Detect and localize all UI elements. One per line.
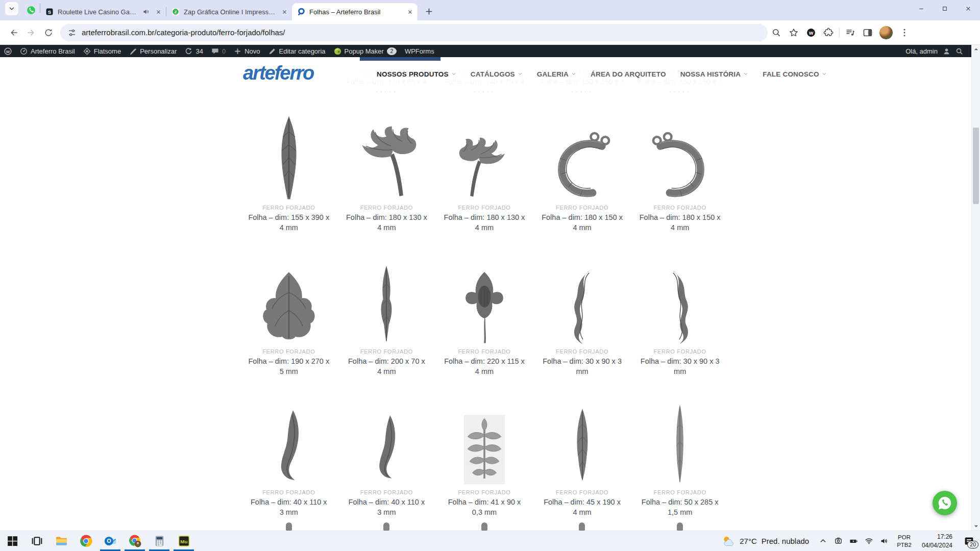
product-image[interactable] [533,257,631,345]
product-image[interactable] [435,394,533,486]
product-title[interactable]: Folha – dim: 180 x 130 x 4 mm [444,212,525,233]
product-title[interactable]: Folha – dim: 180 x 130 x 4 mm [346,212,427,233]
product-title[interactable]: Folha – dim: 40 x 110 x 3 mm [346,497,427,518]
adminbar-item[interactable]: WPForms [401,45,438,57]
browser-tab[interactable]: Roulette Live Casino Game [40,3,166,20]
tab-close-icon[interactable] [154,7,163,16]
taskbar-weather[interactable]: 27°C Pred. nublado [716,531,815,551]
product-title[interactable]: Folha – dim: 40 x 110 x 3 mm [248,497,330,518]
product-title[interactable]: Folha – dim: 200 x 70 x 4 mm [346,356,427,377]
back-button[interactable] [5,24,22,41]
product-card[interactable]: FERRO FORJADO Folha – dim: 45 x 190 x 4 … [533,394,631,518]
product-image[interactable] [631,106,729,201]
product-title[interactable]: Folha – dim: 155 x 390 x 4 mm [248,212,330,233]
media-controls-icon[interactable] [842,24,859,41]
adminbar-item[interactable]: Editar categoria [264,45,330,57]
profile-avatar[interactable] [879,26,893,39]
page-scrollbar[interactable] [971,45,980,531]
main-nav-item[interactable]: NOSSA HISTÓRIA [673,70,756,78]
product-card[interactable]: FERRO FORJADO Folha – dim: 41 x 90 x 0,3… [435,394,533,518]
close-button[interactable] [957,0,980,17]
minimize-button[interactable] [910,0,933,17]
browser-menu-icon[interactable] [896,24,913,41]
main-nav-item[interactable]: FALE CONOSCO [755,70,834,78]
taskbar-clock[interactable]: 17:26 04/04/2024 [917,533,958,549]
main-nav-item[interactable]: ÁREA DO ARQUITETO [583,70,673,78]
product-card[interactable]: FERRO FORJADO Folha – dim: 180 x 130 x 4… [435,106,533,233]
scrollbar-down-arrow[interactable] [972,522,980,531]
tray-battery-icon[interactable] [846,531,861,551]
tab-audio-icon[interactable] [142,8,150,15]
notification-center-button[interactable]: 20 [958,531,980,551]
tab-close-icon[interactable] [405,7,414,16]
product-image[interactable] [338,394,436,486]
taskbar-chrome-button[interactable] [74,531,98,551]
product-title[interactable]: Folha – dim: 50 x 285 x 1,5 mm [639,497,721,518]
tray-chevup-icon[interactable] [815,531,830,551]
product-card[interactable]: FERRO FORJADO Folha – dim: 220 x 115 x 4… [435,257,533,377]
side-panel-icon[interactable] [859,24,876,41]
adminbar-search-icon[interactable] [955,47,963,55]
taskbar-chromeprofile-button[interactable] [122,531,147,551]
product-image[interactable] [631,394,729,486]
address-bar[interactable]: arteferrobrasil.com.br/categoria-produto… [60,24,768,41]
url-text[interactable]: arteferrobrasil.com.br/categoria-produto… [82,28,285,37]
product-title[interactable]: Folha – dim: 180 x 150 x 4 mm [542,212,623,233]
product-card[interactable]: FERRO FORJADO Folha – dim: 180 x 150 x 4… [533,106,631,233]
tab-strip-chevron-icon[interactable] [5,2,18,15]
user-icon[interactable] [943,47,950,55]
product-title[interactable]: Folha – dim: 180 x 150 x 4 mm [639,212,721,233]
product-card[interactable]: FERRO FORJADO Folha – dim: 180 x 150 x 4… [631,106,729,233]
adminbar-item[interactable]: Personalizar [125,45,181,57]
product-card[interactable]: FERRO FORJADO Folha – dim: 155 x 390 x 4… [240,106,338,233]
product-image[interactable] [533,106,631,201]
product-title[interactable]: Folha – dim: 30 x 90 x 3 mm [542,356,623,377]
product-title[interactable]: Folha – dim: 220 x 115 x 4 mm [444,356,525,377]
adminbar-item[interactable]: 0 [207,45,230,57]
tray-volume-icon[interactable] [876,531,892,551]
product-image[interactable] [338,257,436,345]
wappalyzer-extension-icon[interactable] [802,24,820,41]
language-indicator[interactable]: POR PTB2 [892,534,917,549]
adminbar-item[interactable]: 34 [181,45,207,57]
main-nav-item[interactable]: NOSSOS PRODUTOS [370,70,463,78]
extensions-puzzle-icon[interactable] [820,24,837,41]
product-card[interactable]: FERRO FORJADO Folha – dim: 180 x 130 x 4… [338,106,436,233]
maximize-button[interactable] [933,0,957,17]
product-image[interactable] [533,394,631,486]
product-title[interactable]: Folha – dim: 41 x 90 x 0,3 mm [444,497,525,518]
adminbar-item[interactable] [0,45,16,57]
scrollbar-thumb[interactable] [973,128,979,204]
product-image[interactable] [240,394,338,486]
adminbar-item[interactable]: Novo [230,45,264,57]
product-card[interactable]: FERRO FORJADO Folha – dim: 200 x 70 x 4 … [338,257,436,377]
tray-wifi-icon[interactable] [861,531,876,551]
site-info-icon[interactable] [67,28,77,37]
adminbar-item[interactable]: Arteferro Brasil [16,45,79,57]
taskbar-muse-button[interactable] [172,531,196,551]
product-card[interactable]: FERRO FORJADO Folha – dim: 40 x 110 x 3 … [240,394,338,518]
adminbar-item[interactable]: Popup Maker 2 [330,45,401,57]
main-nav-item[interactable]: GALERIA [530,70,583,78]
product-image[interactable] [338,106,436,201]
whatsapp-float-button[interactable] [933,491,957,515]
product-card[interactable]: FERRO FORJADO Folha – dim: 40 x 110 x 3 … [338,394,436,518]
product-title[interactable]: Folha – dim: 45 x 190 x 4 mm [542,497,623,518]
scrollbar-up-arrow[interactable] [972,45,980,54]
taskbar-taskview-button[interactable] [24,531,49,551]
taskbar-explorer-button[interactable] [49,531,74,551]
product-card[interactable]: FERRO FORJADO Folha – dim: 190 x 270 x 5… [240,257,338,377]
product-image[interactable] [240,257,338,345]
reload-button[interactable] [40,24,57,41]
main-nav-item[interactable]: CATÁLOGOS [463,70,530,78]
browser-tab[interactable]: Zap Gráfica Online I Impressão [166,3,292,20]
new-tab-button[interactable] [422,4,436,18]
product-image[interactable] [240,106,338,201]
tray-cast-icon[interactable] [830,531,846,551]
taskbar-outlook-button[interactable] [98,531,122,551]
product-image[interactable] [435,257,533,345]
product-card[interactable]: FERRO FORJADO Folha – dim: 30 x 90 x 3 m… [631,257,729,377]
pinned-whatsapp-tab[interactable] [22,2,40,19]
product-image[interactable] [631,257,729,345]
site-logo[interactable]: arteferro [243,62,313,84]
